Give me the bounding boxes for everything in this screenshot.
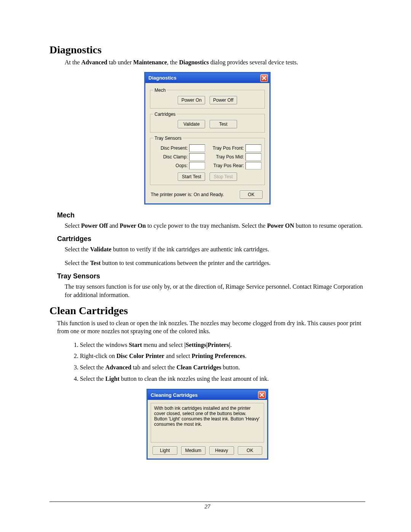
- text: Right-click on: [80, 353, 116, 359]
- text-bold: Clean Cartridges: [177, 364, 221, 371]
- diagnostics-intro: At the Advanced tab under Maintenance, t…: [65, 58, 365, 67]
- cleaning-ok-button[interactable]: OK: [238, 446, 263, 455]
- cartridges-paragraph-2: Select the Test button to test communica…: [65, 259, 365, 267]
- tray-front-field: [245, 144, 261, 152]
- text-bold: |Settings|Printers|: [184, 342, 230, 348]
- text-bold: Disc Color Printer: [116, 353, 164, 359]
- clean-steps-list: Select the windows Start menu and select…: [65, 341, 365, 383]
- text-bold: Advanced: [81, 59, 107, 66]
- mech-group: Mech Power On Power Off: [150, 88, 265, 109]
- text: button to test communications between th…: [101, 260, 271, 266]
- close-icon[interactable]: [258, 391, 266, 399]
- cartridges-legend: Cartridges: [153, 112, 177, 117]
- tray-rear-label: Tray Pos Rear:: [210, 163, 245, 168]
- text-bold: Start: [129, 342, 142, 348]
- disc-present-field: [189, 144, 205, 152]
- close-icon[interactable]: [260, 74, 268, 82]
- tray-sensors-legend: Tray Sensors: [153, 136, 183, 141]
- medium-button[interactable]: Medium: [181, 446, 206, 455]
- mech-legend: Mech: [153, 88, 167, 93]
- text: Select the windows: [80, 342, 129, 348]
- tray-mid-label: Tray Pos Mid:: [210, 154, 245, 160]
- text-bold: Power Off: [81, 222, 108, 229]
- stop-test-button[interactable]: Stop Test: [210, 173, 237, 181]
- mech-paragraph: Select Power Off and Power On to cycle p…: [65, 222, 365, 230]
- text: and: [108, 222, 119, 229]
- text: button.: [221, 364, 240, 371]
- text-bold: Power On: [120, 222, 146, 229]
- text: , the: [167, 59, 179, 66]
- text: Select the: [80, 375, 105, 382]
- cleaning-cartridges-dialog: Cleaning Cartridges With both ink cartri…: [147, 389, 268, 460]
- text: Select the: [65, 260, 90, 266]
- page-footer: 27: [49, 502, 365, 510]
- diagnostics-heading: Diagnostics: [49, 44, 365, 56]
- clean-cartridges-intro: This function is used to clean or open t…: [57, 319, 365, 335]
- step-4: Select the Light button to clean the ink…: [80, 375, 365, 383]
- text-bold: Test: [90, 260, 101, 266]
- text: .: [230, 342, 232, 348]
- light-button[interactable]: Light: [153, 446, 177, 455]
- disc-clamp-field: [189, 153, 205, 161]
- tray-front-label: Tray Pos Front:: [210, 145, 245, 151]
- text: Select the: [80, 364, 105, 371]
- oops-label: Oops:: [153, 163, 189, 168]
- text-bold: Maintenance: [133, 59, 167, 66]
- text: menu and select: [142, 342, 184, 348]
- text: tab under: [107, 59, 133, 66]
- step-2: Right-click on Disc Color Printer and se…: [80, 352, 365, 360]
- text: to cycle power to the tray mechanism. Se…: [146, 222, 267, 229]
- text: .: [245, 353, 247, 359]
- text: dialog provides several device tests.: [209, 59, 298, 66]
- disc-clamp-label: Disc Clamp:: [153, 154, 189, 160]
- cleaning-body: With both ink cartridges installed and t…: [148, 400, 267, 459]
- step-3: Select the Advanced tab and select the C…: [80, 363, 365, 372]
- cartridges-subheading: Cartridges: [57, 235, 365, 243]
- text: tab and select the: [131, 364, 177, 371]
- text: and select: [164, 353, 192, 359]
- tray-sensors-paragraph: The tray sensors function is for use onl…: [65, 283, 365, 299]
- tray-rear-field: [245, 162, 261, 169]
- text-bold: Light: [105, 375, 119, 382]
- start-test-button[interactable]: Start Test: [178, 173, 205, 181]
- diagnostics-titlebar: Diagnostics: [145, 73, 269, 83]
- tray-mid-field: [245, 153, 261, 161]
- page-number: 27: [205, 503, 210, 510]
- cartridges-group: Cartridges Validate Test: [150, 112, 265, 133]
- diagnostics-title: Diagnostics: [148, 75, 177, 81]
- cartridges-paragraph-1: Select the Validate button to verify if …: [65, 245, 365, 254]
- text-bold: Printing Preferences: [191, 353, 245, 359]
- diagnostics-dialog: Diagnostics Mech Power On Power Off Cart…: [144, 72, 271, 204]
- diagnostics-status: The printer power is: On and Ready.: [151, 192, 224, 197]
- text: button to clean the ink nozzles using th…: [119, 375, 269, 382]
- diagnostics-ok-button[interactable]: OK: [240, 190, 263, 199]
- clean-cartridges-heading: Clean Cartridges: [49, 305, 365, 317]
- heavy-button[interactable]: Heavy: [209, 446, 234, 455]
- mech-subheading: Mech: [57, 211, 365, 219]
- validate-button[interactable]: Validate: [178, 120, 205, 128]
- text-bold: Power ON: [267, 222, 294, 229]
- step-1: Select the windows Start menu and select…: [80, 341, 365, 349]
- diagnostics-body: Mech Power On Power Off Cartridges Valid…: [145, 83, 269, 203]
- cleaning-text: With both ink cartridges installed and t…: [151, 403, 264, 443]
- disc-present-label: Disc Present:: [153, 145, 189, 151]
- tray-sensors-subheading: Tray Sensors: [57, 272, 365, 280]
- power-off-button[interactable]: Power Off: [210, 96, 237, 104]
- test-button[interactable]: Test: [210, 120, 237, 128]
- text: button to verify if the ink cartridges a…: [112, 246, 269, 252]
- cleaning-title: Cleaning Cartridges: [151, 392, 198, 398]
- power-on-button[interactable]: Power On: [178, 96, 205, 104]
- text-bold: Validate: [90, 246, 112, 252]
- text-bold: Advanced: [105, 364, 131, 371]
- text-bold: Diagnostics: [179, 59, 209, 66]
- oops-field: [189, 162, 205, 169]
- text: At the: [65, 59, 81, 66]
- tray-sensors-group: Tray Sensors Disc Present: Tray Pos Fron…: [150, 136, 265, 185]
- cleaning-titlebar: Cleaning Cartridges: [148, 390, 267, 400]
- text: Select the: [65, 246, 90, 252]
- text: button to resume operation.: [294, 222, 363, 229]
- text: Select: [65, 222, 81, 229]
